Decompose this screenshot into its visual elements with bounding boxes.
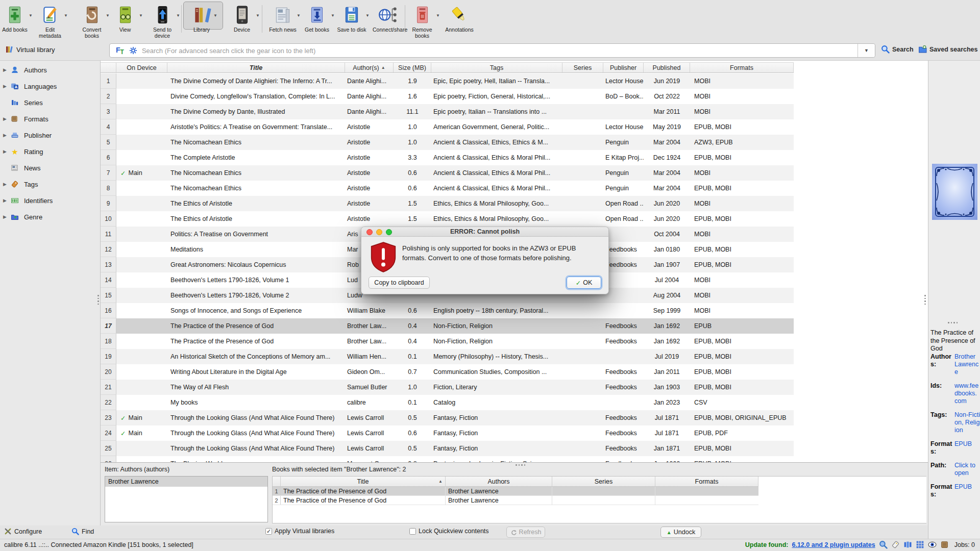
tag-browser-toggle-icon[interactable] — [891, 540, 900, 549]
expand-arrow-icon[interactable]: ▶ — [3, 149, 10, 154]
ok-button[interactable]: ✓ OK — [567, 277, 601, 289]
library-button[interactable]: ▼ Library — [187, 3, 216, 42]
table-row[interactable]: 10 ✓ The Ethics of Aristotle Aristotle 1… — [101, 211, 794, 227]
saved-searches-button[interactable]: Saved searches — [918, 45, 978, 54]
column-header-on-device[interactable]: On Device — [116, 63, 167, 72]
table-row[interactable]: 26 ✓ The Blazing World Margaret Ca... 0.… — [101, 456, 794, 462]
column-header-publisher[interactable]: Publisher — [603, 63, 644, 72]
qv-column-authors[interactable]: Authors — [446, 477, 552, 486]
search-button[interactable]: Search — [881, 45, 914, 54]
sidebar-splitter[interactable] — [97, 295, 99, 305]
connect-share-button[interactable]: ▼ Connect/share — [373, 3, 402, 42]
column-header-tags[interactable]: Tags — [431, 63, 562, 72]
copy-to-clipboard-button[interactable]: Copy to clipboard — [369, 277, 430, 289]
chevron-down-icon[interactable]: ▼ — [106, 13, 110, 18]
details-panel-splitter[interactable] — [948, 322, 958, 323]
table-row[interactable]: 2 ✓ Divine Comedy, Longfellow's Translat… — [101, 89, 794, 104]
table-row[interactable]: 24 ✓Main Through the Looking Glass (And … — [101, 425, 794, 441]
table-row[interactable]: 18 ✓ The Practice of the Presence of God… — [101, 334, 794, 349]
sidebar-item-series[interactable]: ▶ Series — [0, 94, 100, 111]
expand-arrow-icon[interactable]: ▶ — [3, 84, 10, 89]
dialog-titlebar[interactable]: ERROR: Cannot polish — [361, 227, 608, 237]
chevron-down-icon[interactable]: ▼ — [256, 13, 260, 18]
sidebar-item-tags[interactable]: ▶ Tags — [0, 176, 100, 192]
table-row[interactable]: 9 ✓ The Ethics of Aristotle Aristotle 1.… — [101, 196, 794, 211]
quickview-selected-item[interactable]: Brother Lawrence — [105, 477, 267, 487]
table-row[interactable]: 8 ✓ The Nicomachean Ethics Aristotle 0.6… — [101, 181, 794, 196]
save-to-disk-button[interactable]: ▼ Save to disk — [337, 3, 366, 42]
remove-books-button[interactable]: ▼ Remove books — [407, 3, 437, 42]
table-row[interactable]: 1 ✓ The Divine Comedy of Dante Alighieri… — [101, 73, 794, 89]
chevron-down-icon[interactable]: ▼ — [64, 13, 68, 18]
virtual-library-button[interactable]: Virtual library — [5, 45, 55, 54]
column-header-rownum[interactable] — [101, 63, 116, 72]
chevron-down-icon[interactable]: ▼ — [213, 13, 217, 18]
chevron-down-icon[interactable]: ▼ — [297, 13, 301, 18]
expand-arrow-icon[interactable]: ▶ — [3, 214, 10, 219]
table-row[interactable]: 6 ✓ The Complete Aristotle Aristotle 3.3… — [101, 150, 794, 165]
sidebar-item-authors[interactable]: ▶ Authors — [0, 62, 100, 78]
chevron-down-icon[interactable]: ▼ — [365, 13, 370, 18]
chevron-down-icon[interactable]: ▼ — [29, 13, 33, 18]
chevron-down-icon[interactable]: ▼ — [436, 13, 440, 18]
table-row[interactable]: 7 ✓Main The Nicomachean Ethics Aristotle… — [101, 165, 794, 181]
expand-arrow-icon[interactable]: ▶ — [3, 198, 10, 203]
jobs-indicator[interactable]: Jobs: 0 — [954, 541, 975, 548]
expand-arrow-icon[interactable]: ▶ — [3, 67, 10, 72]
table-row[interactable]: 19 ✓ An Historical Sketch of the Concept… — [101, 349, 794, 364]
column-header-size[interactable]: Size (MB) — [394, 63, 431, 72]
column-header-series[interactable]: Series — [562, 63, 603, 72]
book-cover[interactable] — [932, 164, 977, 220]
sidebar-item-genre[interactable]: ▶ Genre — [0, 209, 100, 225]
details-field-value[interactable]: EPUB — [954, 440, 980, 456]
close-icon[interactable] — [366, 229, 373, 235]
send-to-device-button[interactable]: ▼ Send to device — [148, 3, 177, 42]
table-row[interactable]: 25 ✓ Through the Looking Glass (And What… — [101, 441, 794, 456]
table-row[interactable]: 16 ✓ Songs of Innocence, and Songs of Ex… — [101, 303, 794, 318]
column-header-authors[interactable]: Author(s)▲ — [345, 63, 394, 72]
details-splitter[interactable] — [924, 295, 926, 305]
sidebar-item-news[interactable]: ▶ News — [0, 160, 100, 176]
search-history-dropdown[interactable]: ▼ — [857, 44, 875, 57]
sidebar-item-languages[interactable]: ▶ A Languages — [0, 78, 100, 94]
details-field-value[interactable]: Non-Fiction, Religion — [954, 411, 980, 434]
lock-quickview-checkbox[interactable]: Lock Quickview contents — [409, 528, 489, 535]
table-row[interactable]: 4 ✓ Aristotle's Politics: A Treatise on … — [101, 119, 794, 135]
convert-books-button[interactable]: ▼ Convert books — [77, 3, 107, 42]
column-header-formats[interactable]: Formats — [690, 63, 794, 72]
details-field-value[interactable]: www.feedbooks.com — [954, 382, 980, 405]
sidebar-item-publisher[interactable]: ▶ Publisher — [0, 127, 100, 143]
cover-grid-toggle-icon[interactable] — [916, 540, 924, 549]
column-header-published[interactable]: Published — [644, 63, 690, 72]
details-field-value[interactable]: Click to open — [954, 462, 980, 477]
chevron-down-icon[interactable]: ▼ — [331, 13, 335, 18]
update-link[interactable]: 6.12.0 and 2 plugin updates — [792, 541, 875, 548]
minimize-icon[interactable] — [376, 229, 382, 235]
sidebar-item-formats[interactable]: ▶ Formats — [0, 111, 100, 127]
quickview-row[interactable]: 2 The Practice of the Presence of God Br… — [273, 496, 758, 505]
chevron-down-icon[interactable]: ▼ — [176, 13, 180, 18]
details-field-value[interactable]: Brother Lawrence — [954, 353, 980, 376]
table-row[interactable]: 22 ✓ My books calibre 0.1 Catalog Jan 20… — [101, 395, 794, 410]
details-field-value[interactable]: EPUB — [954, 483, 980, 498]
view-button[interactable]: ▼ View — [110, 3, 140, 42]
table-row[interactable]: 17 ✓ The Practice of the Presence of God… — [101, 318, 794, 334]
checkbox-unchecked-icon[interactable] — [409, 528, 416, 535]
checkbox-checked-icon[interactable]: ✓ — [265, 528, 272, 535]
quickview-splitter[interactable] — [516, 464, 525, 466]
qv-column-rownum[interactable] — [273, 477, 281, 486]
book-details-toggle-icon[interactable] — [928, 540, 937, 549]
edit-metadata-button[interactable]: ▼ Edit metadata — [35, 3, 65, 42]
table-row[interactable]: 23 ✓Main Through the Looking Glass (And … — [101, 410, 794, 425]
find-button[interactable]: Find — [71, 528, 94, 535]
expand-arrow-icon[interactable]: ▶ — [3, 116, 10, 121]
gear-icon[interactable] — [129, 46, 137, 55]
add-books-button[interactable]: ▼ Add books — [0, 3, 30, 42]
quickview-row[interactable]: 1 The Practice of the Presence of God Br… — [273, 487, 758, 496]
table-row[interactable]: 21 ✓ The Way of All Flesh Samuel Butler … — [101, 380, 794, 395]
expand-arrow-icon[interactable]: ▶ — [3, 133, 10, 138]
annotations-button[interactable]: Annotations — [445, 3, 474, 42]
fulltext-search-icon[interactable]: FT — [116, 46, 124, 55]
cover-browser-toggle-icon[interactable] — [903, 540, 912, 549]
refresh-button[interactable]: Refresh — [506, 527, 545, 538]
